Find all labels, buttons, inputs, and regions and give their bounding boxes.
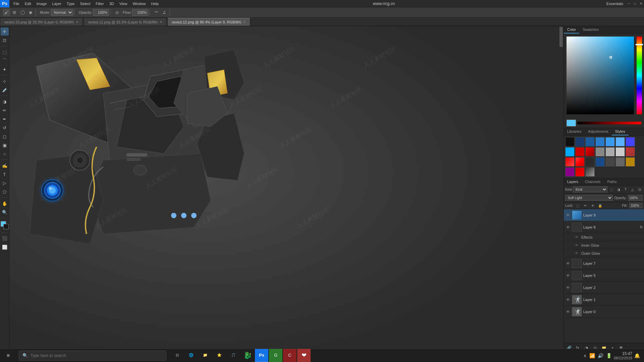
menu-help[interactable]: Help — [149, 0, 162, 7]
tab-2[interactable]: nextut.12.png @ 80.4% (Layer 9, RGB/8#) … — [167, 18, 250, 26]
crop-tool[interactable]: ⊹ — [1, 77, 9, 85]
taskbar-app-red1[interactable]: C — [283, 349, 297, 362]
eraser-tool[interactable]: ◻ — [1, 132, 9, 140]
eyedropper-tool[interactable]: 💉 — [1, 86, 9, 94]
layer-row-0[interactable]: 👁 🤺 Layer 0 — [564, 306, 644, 318]
volume-icon[interactable]: 🔊 — [598, 353, 603, 358]
color-picker-area[interactable] — [564, 34, 644, 128]
style-13[interactable] — [615, 147, 625, 157]
color-preview-swatch[interactable] — [567, 120, 576, 126]
clone-stamp-tool[interactable]: ✒ — [1, 115, 9, 123]
layer-row-9[interactable]: 👁 Layer 9 — [564, 209, 644, 221]
marquee-tool[interactable]: ⬚ — [1, 48, 9, 56]
taskbar-task-view[interactable]: ⊡ — [170, 349, 184, 362]
layer-0-visibility[interactable]: 👁 — [565, 309, 571, 314]
style-18[interactable] — [595, 157, 605, 167]
filter-smart-btn[interactable]: ⊡ — [637, 186, 643, 192]
quick-mask-btn[interactable]: ⬛ — [1, 234, 9, 242]
style-9[interactable] — [575, 147, 585, 157]
magic-wand-tool[interactable]: ✦ — [1, 65, 9, 73]
style-11[interactable] — [595, 147, 605, 157]
gradient-tool[interactable]: ▣ — [1, 141, 9, 149]
brush-preset-btn[interactable]: ⊞ — [11, 9, 18, 16]
lock-all-btn[interactable]: 🔒 — [597, 203, 603, 208]
tab-2-close[interactable]: ✕ — [243, 20, 246, 24]
menu-select[interactable]: Select — [77, 0, 93, 7]
style-8[interactable] — [565, 147, 575, 157]
style-23[interactable] — [575, 167, 585, 177]
styles-tab[interactable]: Styles — [612, 128, 629, 135]
color-tab[interactable]: Color — [564, 26, 579, 34]
taskbar-store[interactable]: ⭐ — [213, 349, 226, 362]
filter-pixel-btn[interactable]: ⬚ — [608, 186, 614, 192]
smoothing-btn[interactable]: 〜 — [153, 9, 160, 16]
style-17[interactable] — [585, 157, 595, 167]
menu-type[interactable]: Type — [64, 0, 77, 7]
layer-row-5[interactable]: 👁 Layer 5 — [564, 269, 644, 282]
layer-row-7[interactable]: 👁 Layer 7 — [564, 257, 644, 269]
lock-pos-btn[interactable]: ✛ — [590, 203, 595, 208]
taskbar-app-green[interactable]: G — [269, 349, 282, 362]
effects-visibility[interactable]: 👁 — [574, 235, 579, 240]
move-tool[interactable]: ✛ — [1, 27, 9, 36]
taskbar-app-1[interactable]: 🐉 — [241, 349, 254, 362]
tab-0[interactable]: nextut.10.png @ 33.3% (Layer 0, RGB/8#) … — [0, 18, 83, 26]
angle-btn[interactable]: ∠ — [161, 9, 168, 16]
spot-heal-tool[interactable]: ◑ — [1, 98, 9, 106]
menu-window[interactable]: Window — [130, 0, 148, 7]
style-4[interactable] — [595, 137, 605, 146]
artboard-tool[interactable]: ⊡ — [1, 36, 9, 44]
taskbar-edge[interactable]: 🌐 — [184, 349, 198, 362]
brush-tool[interactable]: ✏ — [1, 106, 9, 114]
fill-input[interactable] — [629, 203, 643, 208]
inner-glow-visibility[interactable]: 👁 — [574, 243, 579, 248]
layer-2-visibility[interactable]: 👁 — [565, 285, 571, 290]
color-gradient[interactable] — [567, 37, 634, 114]
style-2[interactable] — [575, 137, 585, 146]
layer-5-visibility[interactable]: 👁 — [565, 273, 571, 278]
filter-shape-btn[interactable]: △ — [630, 186, 636, 192]
taskbar-clock[interactable]: 15:47 08/12/2019 — [614, 351, 632, 360]
dodge-tool[interactable]: ○ — [1, 150, 9, 158]
shape-tool[interactable]: ⬠ — [1, 188, 9, 196]
paths-tab[interactable]: Paths — [604, 178, 620, 185]
mode-select[interactable]: Normal — [51, 9, 73, 16]
close-button[interactable]: ✕ — [638, 0, 644, 7]
r-slider[interactable] — [577, 122, 641, 124]
zoom-tool[interactable]: 🔍 — [1, 208, 9, 216]
search-input[interactable] — [31, 353, 163, 358]
style-3[interactable] — [585, 137, 595, 146]
libraries-tab[interactable]: Libraries — [564, 128, 585, 135]
minimize-button[interactable]: ─ — [626, 0, 632, 7]
swatches-tab[interactable]: Swatches — [579, 26, 602, 34]
tab-0-close[interactable]: ✕ — [76, 20, 78, 24]
path-select-tool[interactable]: ▷ — [1, 179, 9, 187]
layer-8-visibility[interactable]: 👁 — [565, 225, 571, 230]
tab-1[interactable]: nextut.11.png @ 33.3% (Layer 0, RGB/8#) … — [84, 18, 166, 26]
style-1[interactable] — [565, 137, 575, 146]
lasso-tool[interactable]: ⌒ — [1, 57, 9, 65]
network-icon[interactable]: 📶 — [589, 353, 595, 358]
lock-image-btn[interactable]: ✏ — [583, 203, 588, 208]
filter-type-btn[interactable]: T — [623, 186, 629, 192]
taskbar-explorer[interactable]: 📁 — [199, 349, 212, 362]
brush-tool-btn[interactable]: 🖌 — [3, 9, 10, 16]
filter-adj-btn[interactable]: ◑ — [615, 186, 622, 192]
channels-tab[interactable]: Channels — [582, 178, 604, 185]
style-7[interactable] — [626, 137, 635, 146]
style-20[interactable] — [615, 157, 625, 167]
hue-bar[interactable] — [637, 37, 642, 114]
style-10[interactable] — [585, 147, 595, 157]
blend-mode-select[interactable]: Soft Light Normal Multiply Screen Overla… — [565, 195, 613, 201]
style-21[interactable] — [626, 157, 635, 167]
layer-row-2[interactable]: 👁 Layer 2 — [564, 282, 644, 294]
tab-1-close[interactable]: ✕ — [160, 20, 162, 24]
menu-view[interactable]: View — [117, 0, 130, 7]
menu-3d[interactable]: 3D — [107, 0, 117, 7]
history-brush-tool[interactable]: ↺ — [1, 124, 9, 132]
style-16[interactable] — [575, 157, 585, 167]
style-5[interactable] — [605, 137, 615, 146]
airbrush-btn[interactable]: ◎ — [113, 9, 121, 16]
taskbar-groove[interactable]: 🎵 — [227, 349, 240, 362]
style-15[interactable] — [565, 157, 575, 167]
